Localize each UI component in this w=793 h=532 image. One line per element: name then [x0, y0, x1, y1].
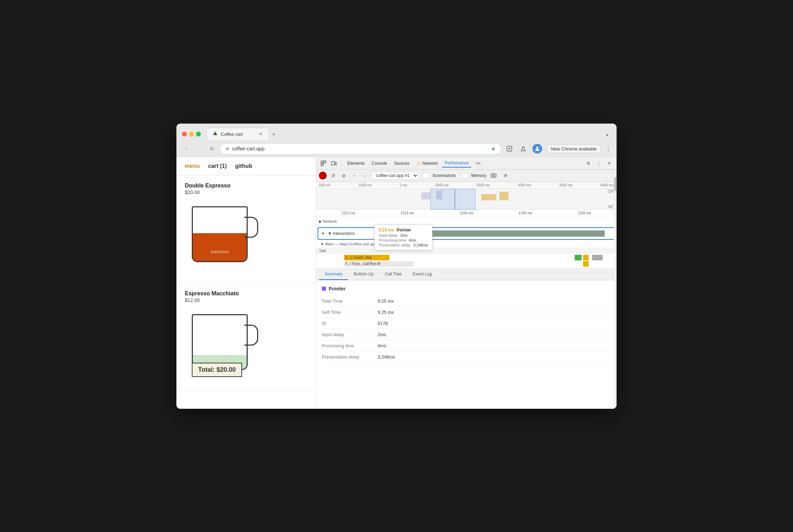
browser-toolbar: New Chrome available ⋮: [504, 144, 611, 154]
devtools-settings-button[interactable]: ⚙: [584, 159, 593, 168]
upload-button[interactable]: ↑: [350, 172, 358, 179]
tab-sources[interactable]: Sources: [391, 160, 412, 167]
tooltip-header: 9.25 ms Pointer: [379, 228, 428, 232]
maximize-window-button[interactable]: [196, 132, 201, 136]
cup-liquid: [193, 233, 247, 261]
record-button[interactable]: [319, 172, 327, 179]
flame-yellow-bar-2: [583, 261, 589, 267]
product-item-espresso-macchiato: Espresso Macchiato $12.00 espresso Total…: [176, 283, 316, 391]
overview-ruler: 500 ms 1000 ms 1 ms 2000 ms 2500 ms 3000…: [316, 182, 617, 189]
memory-label: Memory: [471, 173, 486, 178]
reload-button[interactable]: ↻: [207, 144, 217, 154]
profile-button[interactable]: [532, 144, 542, 154]
tab-summary[interactable]: Summary: [319, 269, 348, 280]
zoom-label-1318: 1318 ms: [519, 211, 532, 215]
memory-checkbox[interactable]: [461, 173, 468, 178]
tab-console[interactable]: Console: [369, 160, 390, 167]
zoom-label-1314: 1314 ms: [401, 211, 414, 215]
minimize-window-button[interactable]: [189, 132, 194, 136]
tracks-area: ▶ Network ▼ ▼ Interactions: [316, 217, 617, 269]
svg-rect-8: [332, 162, 335, 165]
zoom-label-1320: 1320 ms: [577, 211, 591, 215]
target-selector[interactable]: coffee-cart.app #1: [371, 172, 419, 179]
lab-icon[interactable]: [518, 144, 528, 154]
product-image: espresso Total: $20.00: [185, 307, 307, 384]
svg-rect-15: [500, 192, 509, 200]
devtools-toolbar: Elements Console Sources ⚠ Network Perfo…: [316, 157, 617, 170]
summary-total-time-label: Total Time: [322, 298, 378, 304]
cup-label: espresso: [193, 249, 247, 254]
browser-more-button[interactable]: ⋮: [605, 146, 611, 152]
interactions-track-container: ▼ ▼ Interactions Pointer: [316, 227, 617, 240]
browser-tab[interactable]: Coffee cart ✕: [206, 128, 269, 140]
flame-event-detail: Event: click: [354, 256, 372, 259]
flame-chart[interactable]: Task E...p Event: click F...l Func...Cal…: [316, 248, 617, 269]
summary-id-val: 5178: [378, 321, 388, 326]
download-button[interactable]: ↓: [361, 172, 369, 179]
summary-presentation-val: 3.246ms: [378, 354, 395, 360]
more-settings-button[interactable]: ⚙: [501, 171, 510, 180]
nav-github-link[interactable]: github: [235, 163, 252, 169]
svg-rect-10: [491, 174, 496, 177]
zoom-label-1312: 1312 ms: [342, 211, 355, 215]
product-price: $12.00: [185, 297, 307, 303]
svg-rect-1: [214, 134, 216, 135]
svg-rect-12: [421, 192, 430, 199]
flame-event-bar[interactable]: E...p Event: click: [344, 255, 390, 260]
flame-yellow-bar: [583, 255, 589, 260]
extension-icon[interactable]: [504, 144, 514, 154]
tab-bar: Coffee cart ✕ + ▾: [206, 128, 611, 140]
reload-record-button[interactable]: ↺: [329, 172, 337, 179]
cart-total-badge: Total: $20.00: [192, 363, 242, 377]
tab-close-button[interactable]: ✕: [258, 131, 263, 137]
tab-bottom-up[interactable]: Bottom-Up: [348, 269, 379, 280]
cup-label: espresso: [193, 357, 247, 362]
screenshots-checkbox[interactable]: [423, 173, 430, 178]
devtools-scrollbar[interactable]: [614, 170, 617, 409]
devtools-close-button[interactable]: ✕: [605, 159, 614, 168]
back-button[interactable]: ←: [182, 144, 192, 154]
capture-settings-button[interactable]: [489, 171, 498, 180]
tab-favicon: [212, 131, 218, 138]
summary-total-time-val: 9.25 ms: [378, 298, 394, 304]
tab-performance[interactable]: Performance: [442, 159, 472, 168]
tab-event-log[interactable]: Event Log: [407, 269, 437, 280]
nav-menu-link[interactable]: menu: [185, 163, 200, 169]
devtools-scrollbar-thumb[interactable]: [614, 177, 616, 191]
product-name: Double Espresso: [185, 183, 307, 189]
close-window-button[interactable]: [182, 132, 187, 136]
ruler-labels: 500 ms 1000 ms 1 ms 2000 ms 2500 ms 3000…: [316, 183, 617, 187]
tab-more-button[interactable]: >>: [473, 160, 483, 167]
url-text: coffee-cart.app: [232, 146, 488, 152]
svg-rect-6: [324, 161, 326, 163]
network-warning-icon: ⚠: [416, 161, 421, 166]
network-track[interactable]: ▶ Network: [316, 217, 617, 227]
product-price: $20.00: [185, 190, 307, 195]
bookmark-icon[interactable]: ★: [491, 146, 496, 152]
element-selector-button[interactable]: [319, 159, 328, 168]
forward-button[interactable]: →: [195, 144, 204, 154]
summary-presentation-label: Presentation delay: [322, 354, 378, 360]
summary-processing-val: 4ms: [378, 343, 386, 348]
tab-elements[interactable]: Elements: [344, 160, 368, 167]
new-tab-button[interactable]: +: [269, 128, 278, 140]
tooltip-input-delay-label: Input delay: [379, 233, 398, 237]
tab-call-tree[interactable]: Call Tree: [379, 269, 407, 280]
tab-network[interactable]: ⚠ Network: [414, 159, 441, 168]
address-bar-input[interactable]: ⊕ coffee-cart.app ★: [220, 143, 502, 155]
flame-func-bar[interactable]: F...l Func...Call Run M: [344, 261, 414, 267]
tooltip-processing-row: Processing time 4ms: [379, 238, 428, 242]
new-chrome-button[interactable]: New Chrome available: [546, 145, 601, 153]
flame-func-short: F...l: [345, 262, 351, 266]
main-thread-label: ▼ Main — https://coffee-cart.app/: [316, 241, 617, 248]
interactions-track[interactable]: ▼ ▼ Interactions Pointer: [318, 227, 615, 240]
devtools-more-button[interactable]: ⋮: [594, 159, 603, 168]
clear-button[interactable]: ⊘: [340, 172, 348, 179]
device-toolbar-button[interactable]: [329, 159, 339, 168]
summary-presentation-row: Presentation delay 3.246ms: [322, 352, 611, 363]
nav-cart-link[interactable]: cart (1): [208, 163, 227, 169]
tooltip-input-delay-val: 2ms: [400, 233, 408, 237]
tab-list-chevron-icon[interactable]: ▾: [603, 130, 611, 140]
svg-rect-9: [335, 162, 336, 165]
cpu-net-overview[interactable]: CPU NET: [316, 189, 617, 210]
